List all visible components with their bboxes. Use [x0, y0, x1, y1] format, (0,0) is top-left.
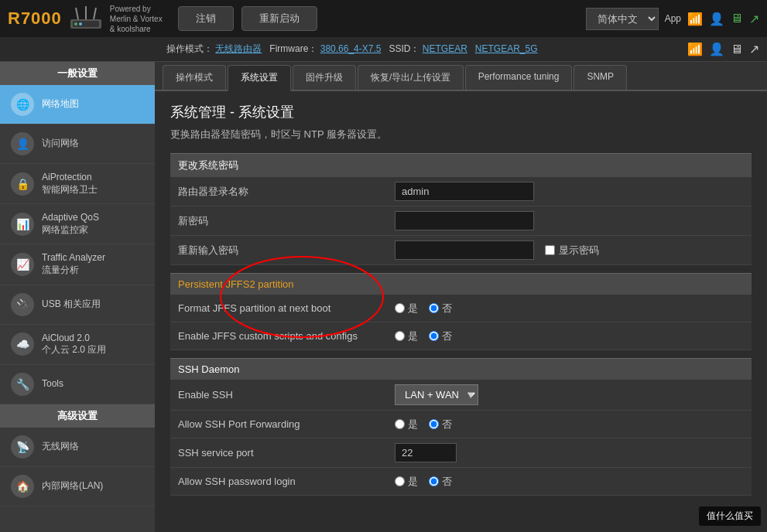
tab-firmware[interactable]: 固件升级	[293, 65, 356, 90]
confirm-password-value: 显示密码	[387, 236, 752, 264]
format-jffs-value: 是 否	[387, 297, 752, 320]
tab-operation-mode[interactable]: 操作模式	[163, 65, 226, 90]
app-label: App	[665, 13, 681, 24]
monitor-icon: 🖥	[731, 12, 743, 26]
top-icons: App 📶 👤 🖥 ↗	[665, 12, 759, 26]
enable-jffs-yes-label[interactable]: 是	[395, 329, 418, 343]
tab-system-settings[interactable]: 系统设置	[228, 65, 291, 91]
mode-value[interactable]: 无线路由器	[215, 43, 262, 54]
sidebar-item-aiprotection[interactable]: 🔒 AiProtection智能网络卫士	[0, 164, 155, 204]
firmware-value[interactable]: 380.66_4-X7.5	[320, 43, 382, 54]
user-status-icon: 👤	[709, 42, 724, 56]
format-jffs-yes-label[interactable]: 是	[395, 302, 418, 315]
sidebar-item-lan-label: 内部网络(LAN)	[42, 480, 103, 493]
adaptive-qos-icon: 📊	[11, 213, 34, 236]
enable-jffs-scripts-label: Enable JFFS custom scripts and configs	[170, 324, 387, 348]
tools-icon: 🔧	[11, 373, 34, 396]
format-jffs-no-radio[interactable]	[429, 303, 439, 313]
page-title: 系统管理 - 系统设置	[170, 103, 752, 121]
ssh-password-login-label: Allow SSH password login	[170, 469, 387, 493]
tab-snmp[interactable]: SNMP	[574, 65, 627, 90]
top-bar: R7000 Powered by Merlin & Vortex & kools…	[0, 0, 767, 37]
enable-jffs-yes-radio[interactable]	[395, 331, 405, 341]
new-password-input[interactable]	[395, 211, 534, 230]
sidebar-item-network-map[interactable]: 🌐 网络地图	[0, 85, 155, 124]
ssh-port-forwarding-yes-label[interactable]: 是	[395, 418, 418, 431]
sidebar-item-wireless-label: 无线网络	[42, 441, 79, 453]
sidebar-item-adaptive-qos-label: Adaptive QoS网络监控家	[42, 212, 99, 236]
language-select[interactable]: 简体中文	[586, 8, 659, 30]
tabs: 操作模式 系统设置 固件升级 恢复/导出/上传设置 Performance tu…	[155, 62, 767, 91]
enable-jffs-no-text: 否	[442, 329, 452, 343]
logout-button[interactable]: 注销	[178, 6, 234, 31]
wifi-icon: 📶	[687, 12, 703, 26]
page-desc: 更换路由器登陆密码，时区与 NTP 服务器设置。	[170, 128, 752, 142]
enable-jffs-radio-group: 是 否	[395, 329, 744, 343]
enable-jffs-scripts-row: Enable JFFS custom scripts and configs 是…	[170, 322, 752, 350]
status-icons: 📶 👤 🖥 ↗	[687, 42, 759, 56]
ssh-password-login-yes-text: 是	[408, 475, 418, 489]
svg-point-6	[79, 22, 82, 26]
sidebar-item-tools[interactable]: 🔧 Tools	[0, 365, 155, 404]
sidebar-item-traffic-analyzer[interactable]: 📈 Traffic Analyzer流量分析	[0, 244, 155, 285]
new-password-label: 新密码	[170, 208, 387, 234]
lan-icon: 🏠	[11, 475, 34, 498]
ssh-password-login-row: Allow SSH password login 是 否	[170, 468, 752, 496]
ssh-port-row: SSH service port	[170, 438, 752, 468]
sidebar-item-tools-label: Tools	[42, 378, 63, 390]
network-map-icon: 🌐	[11, 93, 34, 116]
enable-jffs-no-radio[interactable]	[429, 331, 439, 341]
format-jffs-no-label[interactable]: 否	[429, 302, 452, 315]
router-login-input[interactable]	[395, 182, 534, 201]
format-jffs-label: Format JFFS partition at next boot	[170, 296, 387, 320]
sidebar-item-lan[interactable]: 🏠 内部网络(LAN)	[0, 467, 155, 506]
watermark: 值什么值买	[699, 506, 761, 526]
ssh-port-value	[387, 438, 752, 467]
ssh-port-label: SSH service port	[170, 441, 387, 465]
format-jffs-yes-radio[interactable]	[395, 303, 405, 313]
general-section-title: 一般设置	[0, 62, 155, 85]
wireless-icon: 📡	[11, 435, 34, 459]
sidebar: 一般设置 🌐 网络地图 👤 访问网络 🔒 AiProtection智能网络卫士 …	[0, 62, 155, 532]
network-status-icon: 🖥	[731, 43, 743, 56]
enable-jffs-no-label[interactable]: 否	[429, 329, 452, 343]
enable-ssh-select[interactable]: LAN + WAN LAN only Disabled	[395, 384, 478, 405]
sidebar-item-usb-label: USB 相关应用	[42, 298, 101, 311]
ssh-password-login-no-label[interactable]: 否	[429, 475, 452, 489]
traffic-analyzer-icon: 📈	[11, 253, 34, 276]
ssid-5g-value[interactable]: NETGEAR_5G	[475, 43, 538, 54]
sidebar-item-guest-network[interactable]: 👤 访问网络	[0, 124, 155, 164]
new-password-value	[387, 206, 752, 235]
reboot-button[interactable]: 重新启动	[241, 6, 317, 31]
ssh-password-login-yes-label[interactable]: 是	[395, 475, 418, 489]
sidebar-item-adaptive-qos[interactable]: 📊 Adaptive QoS网络监控家	[0, 204, 155, 244]
logo-text: R7000	[8, 9, 62, 29]
ssh-password-login-no-radio[interactable]	[429, 476, 439, 486]
ssh-password-login-yes-radio[interactable]	[395, 476, 405, 486]
sidebar-item-usb-apps[interactable]: 🔌 USB 相关应用	[0, 285, 155, 325]
advanced-section-title: 高级设置	[0, 404, 155, 428]
sidebar-item-wireless[interactable]: 📡 无线网络	[0, 428, 155, 467]
sidebar-item-aicloud[interactable]: ☁️ AiCloud 2.0个人云 2.0 应用	[0, 325, 155, 365]
ssh-port-forwarding-row: Allow SSH Port Forwarding 是 否	[170, 411, 752, 438]
ssid-value[interactable]: NETGEAR	[423, 43, 467, 54]
sidebar-item-aiprotection-label: AiProtection智能网络卫士	[42, 172, 98, 196]
ssh-port-forwarding-no-label[interactable]: 否	[429, 418, 452, 431]
format-jffs-row: Format JFFS partition at next boot 是 否	[170, 295, 752, 322]
confirm-password-input[interactable]	[395, 240, 534, 260]
main-layout: 一般设置 🌐 网络地图 👤 访问网络 🔒 AiProtection智能网络卫士 …	[0, 62, 767, 532]
ssh-port-input[interactable]	[395, 443, 457, 462]
router-icon	[67, 4, 105, 33]
tab-performance-tuning[interactable]: Performance tuning	[465, 65, 573, 90]
tab-restore[interactable]: 恢复/导出/上传设置	[358, 65, 464, 90]
ssh-port-forwarding-no-radio[interactable]	[429, 419, 439, 429]
firmware-label: Firmware：	[269, 43, 317, 54]
password-section-header: 更改系统密码	[170, 153, 752, 177]
sidebar-item-traffic-label: Traffic Analyzer流量分析	[42, 252, 105, 276]
top-right: 简体中文 App 📶 👤 🖥 ↗	[586, 8, 759, 30]
confirm-password-label: 重新输入密码	[170, 237, 387, 264]
ssh-password-login-no-text: 否	[442, 475, 452, 489]
ssh-port-forwarding-yes-radio[interactable]	[395, 419, 405, 429]
show-password-checkbox[interactable]	[545, 245, 555, 255]
show-password-label[interactable]: 显示密码	[545, 244, 599, 257]
